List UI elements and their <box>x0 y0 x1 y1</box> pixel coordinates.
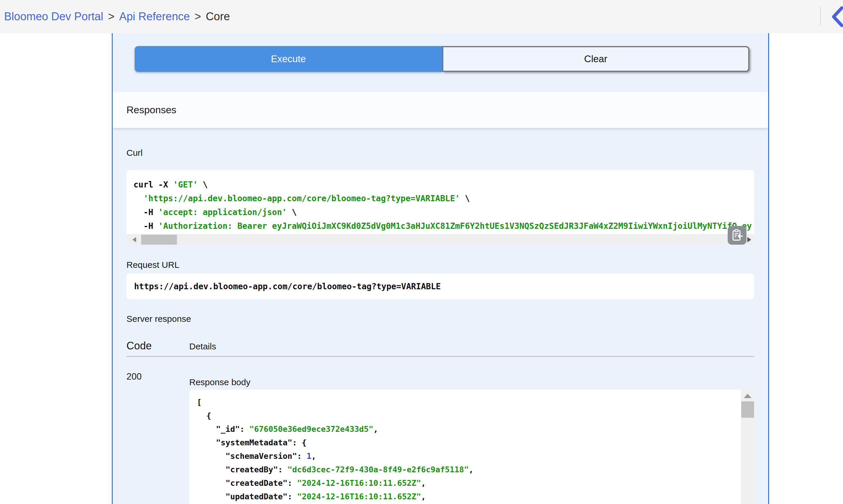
request-url-value: https://api.dev.bloomeo-app.com/core/blo… <box>134 282 441 291</box>
responses-section: Curl curl -X 'GET' \ 'https://api.dev.bl… <box>113 148 768 504</box>
chevron-left-icon <box>830 6 843 28</box>
server-response-label: Server response <box>126 314 754 324</box>
response-body-json: [ { "_id": "676050e36ed9ece372e433d5", "… <box>189 390 754 503</box>
table-divider <box>126 356 754 357</box>
execute-button[interactable]: Execute <box>135 46 442 72</box>
vertical-scrollbar-thumb[interactable] <box>741 401 754 418</box>
scroll-up-arrow-icon[interactable] <box>744 394 751 398</box>
responses-header: Responses <box>113 92 768 128</box>
response-row-200: 200 Response body [ { "_id": "676050e36e… <box>126 372 754 504</box>
curl-label: Curl <box>126 148 754 158</box>
curl-code-block: curl -X 'GET' \ 'https://api.dev.bloomeo… <box>126 170 754 245</box>
request-url-label: Request URL <box>126 260 754 270</box>
response-details-cell: Response body [ { "_id": "676050e36ed9ec… <box>189 372 754 504</box>
breadcrumb-separator: > <box>195 10 201 23</box>
breadcrumb: Bloomeo Dev Portal > Api Reference > Cor… <box>4 10 230 23</box>
curl-horizontal-scrollbar[interactable] <box>126 234 754 245</box>
code-column-header: Code <box>126 340 189 352</box>
breadcrumb-current-core: Core <box>206 10 230 23</box>
page: Bloomeo Dev Portal > Api Reference > Cor… <box>0 0 843 504</box>
scroll-right-arrow-icon[interactable] <box>747 237 751 242</box>
details-column-header: Details <box>189 341 754 352</box>
request-url-box: https://api.dev.bloomeo-app.com/core/blo… <box>126 273 754 299</box>
copy-to-clipboard-button[interactable] <box>728 226 747 245</box>
sidebar-collapse-button[interactable] <box>830 6 843 28</box>
breadcrumb-link-api-reference[interactable]: Api Reference <box>119 10 190 23</box>
main-area: Execute Clear Responses Curl curl -X 'GE… <box>0 33 843 504</box>
breadcrumb-separator: > <box>108 10 114 23</box>
scroll-left-arrow-icon[interactable] <box>132 237 136 242</box>
responses-title: Responses <box>126 104 754 115</box>
horizontal-scrollbar-thumb[interactable] <box>141 235 177 245</box>
clipboard-copy-icon <box>731 229 743 242</box>
server-response-table: Code Details 200 Response body [ { "_id"… <box>126 340 754 504</box>
table-header-row: Code Details <box>126 340 754 352</box>
status-code: 200 <box>126 372 189 504</box>
clear-button[interactable]: Clear <box>442 46 750 72</box>
response-body-label: Response body <box>189 372 754 387</box>
header-divider <box>820 7 821 26</box>
response-body-scrollbar[interactable] <box>741 390 754 504</box>
breadcrumb-link-dev-portal[interactable]: Bloomeo Dev Portal <box>4 10 103 23</box>
response-body-box: [ { "_id": "676050e36ed9ece372e433d5", "… <box>189 390 754 504</box>
page-header: Bloomeo Dev Portal > Api Reference > Cor… <box>0 0 843 33</box>
execute-row: Execute Clear <box>135 46 749 72</box>
operation-panel: Execute Clear Responses Curl curl -X 'GE… <box>112 33 769 504</box>
curl-command: curl -X 'GET' \ 'https://api.dev.bloomeo… <box>126 170 754 234</box>
